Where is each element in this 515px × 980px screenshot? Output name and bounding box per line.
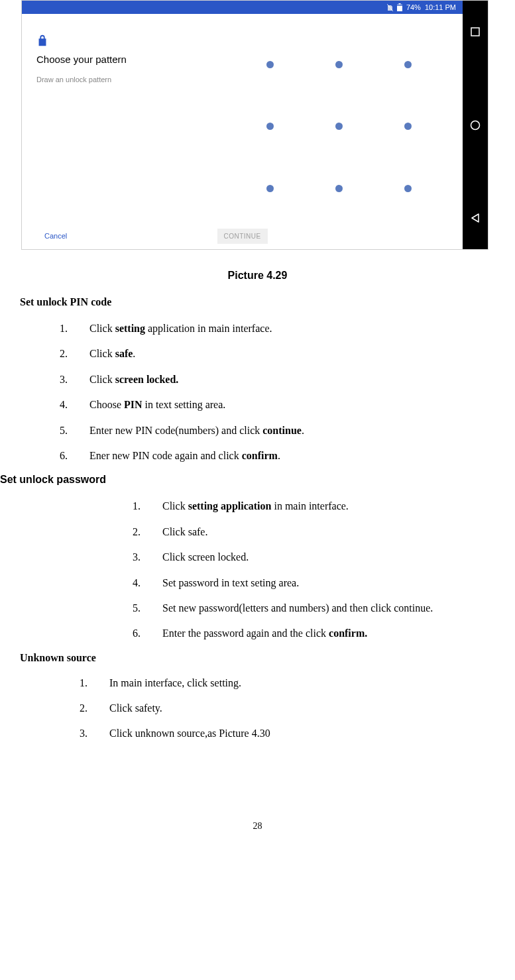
nav-bar — [463, 1, 488, 249]
device-screenshot: 74% 10:11 PM Choose your pattern Draw an… — [21, 0, 488, 250]
svg-rect-2 — [398, 3, 400, 5]
list-item: 1.In main interface, click setting. — [80, 676, 515, 690]
section-title-password: Set unlock password — [0, 474, 515, 486]
list-item: 3.Click unknown source,as Picture 4.30 — [80, 726, 515, 741]
pattern-subtitle: Draw an unlock pattern — [36, 76, 189, 83]
unknown-steps-list: 1.In main interface, click setting. 2.Cl… — [80, 676, 515, 741]
pattern-dot[interactable] — [335, 185, 343, 192]
section-title-pin: Set unlock PIN code — [20, 296, 515, 308]
svg-rect-1 — [397, 6, 402, 11]
pattern-grid[interactable] — [235, 34, 443, 219]
pin-steps-list: 1.Click setting application in main inte… — [60, 321, 515, 463]
pattern-dot[interactable] — [404, 123, 412, 130]
list-item: 4.Set password in text seting area. — [133, 576, 515, 590]
pattern-dot[interactable] — [266, 185, 274, 192]
status-bar: 74% 10:11 PM — [22, 1, 463, 14]
lock-icon — [36, 34, 48, 47]
figure-caption: Picture 4.29 — [0, 270, 515, 282]
clock-time: 10:11 PM — [425, 3, 456, 11]
svg-rect-3 — [471, 28, 479, 36]
pattern-title: Choose your pattern — [36, 54, 189, 65]
list-item: 5.Enter new PIN code(numbers) and click … — [60, 423, 515, 438]
pattern-dot[interactable] — [335, 123, 343, 130]
battery-icon — [397, 3, 402, 11]
list-item: 3.Click screen locked. — [133, 550, 515, 565]
list-item: 5.Set new password(letters and numbers) … — [133, 601, 515, 616]
list-item: 1.Click setting application in main inte… — [133, 499, 515, 514]
pattern-dot[interactable] — [335, 61, 343, 68]
list-item: 3.Click screen locked. — [60, 372, 515, 387]
svg-point-4 — [471, 121, 480, 129]
pattern-dot[interactable] — [266, 123, 274, 130]
list-item: 6.Ener new PIN code again and click conf… — [60, 449, 515, 463]
recent-apps-icon[interactable] — [471, 27, 480, 36]
list-item: 2.Click safe. — [60, 347, 515, 361]
section-title-unknown: Unknown source — [20, 652, 515, 664]
pattern-dot[interactable] — [404, 61, 412, 68]
list-item: 4.Choose PIN in text setting area. — [60, 398, 515, 412]
continue-button[interactable]: CONTINUE — [217, 229, 268, 244]
page-number: 28 — [0, 821, 515, 842]
list-item: 1.Click setting application in main inte… — [60, 321, 515, 336]
back-icon[interactable] — [471, 213, 480, 223]
cancel-button[interactable]: Cancel — [43, 228, 68, 244]
home-icon[interactable] — [470, 120, 481, 131]
pattern-dot[interactable] — [266, 61, 274, 68]
list-item: 2.Click safe. — [133, 525, 515, 539]
battery-percent: 74% — [406, 3, 421, 11]
list-item: 2.Click safety. — [80, 701, 515, 716]
list-item: 6.Enter the password again and the click… — [133, 626, 515, 641]
sim-icon — [387, 4, 393, 11]
password-steps-list: 1.Click setting application in main inte… — [133, 499, 515, 641]
pattern-dot[interactable] — [404, 185, 412, 192]
